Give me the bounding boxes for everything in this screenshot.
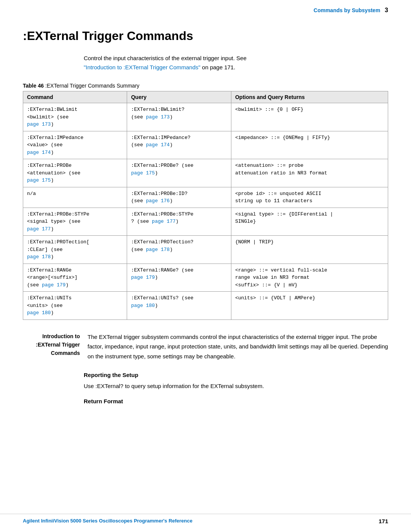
query-page-link[interactable]: page 180 xyxy=(131,303,155,308)
query-page-link[interactable]: page 179 xyxy=(131,275,155,280)
table-cell-options: <impedance> ::= {ONEMeg | FIFTy} xyxy=(231,131,388,159)
col-query: Query xyxy=(127,91,231,103)
intro-label-line3: Commands xyxy=(23,349,80,357)
table-cell-options: <probe id> ::= unquoted ASCIIstring up t… xyxy=(231,187,388,208)
header-section-title: Commands by Subsystem xyxy=(314,7,380,13)
header-right: Commands by Subsystem 3 xyxy=(314,7,388,14)
table-cell-query: :EXTernal:UNITs? (seepage 180) xyxy=(127,292,231,320)
table-cell-query: :EXTernal:IMPedance?(see page 174) xyxy=(127,131,231,159)
command-page-link[interactable]: page 173 xyxy=(27,121,51,127)
table-header-row: Command Query Options and Query Returns xyxy=(23,91,388,103)
query-page-link[interactable]: page 173 xyxy=(146,114,170,120)
subsection-heading: Return Format xyxy=(84,398,388,404)
table-row: n/a:EXTernal:PROBe:ID?(see page 176)<pro… xyxy=(23,187,388,208)
table-cell-command: n/a xyxy=(23,187,127,208)
command-page-link[interactable]: page 179 xyxy=(42,282,65,288)
intro-body: The EXTernal trigger subsystem commands … xyxy=(88,332,388,361)
subsection-body: Use :EXTernal? to query setup informatio… xyxy=(84,381,388,391)
table-cell-options: <bwlimit> ::= {0 | OFF} xyxy=(231,103,388,131)
table-row: :EXTernal:PROTection[:CLEar] (seepage 17… xyxy=(23,236,388,264)
intro-label-line1: Introduction to xyxy=(23,332,80,340)
intro-text-before: Control the input characteristics of the… xyxy=(84,55,247,61)
intro-label-line2: :EXTernal Trigger xyxy=(23,340,80,349)
table-cell-options: <range> ::= vertical full-scalerange val… xyxy=(231,264,388,292)
commands-table: Command Query Options and Query Returns … xyxy=(23,91,388,320)
table-row: :EXTernal:RANGe<range>[<suffix>](see pag… xyxy=(23,264,388,292)
table-row: :EXTernal:BWLimit<bwlimit> (seepage 173)… xyxy=(23,103,388,131)
subsection-heading: Reporting the Setup xyxy=(84,372,388,378)
query-page-link[interactable]: page 174 xyxy=(146,142,170,148)
command-page-link[interactable]: page 178 xyxy=(27,254,51,260)
intro-section: Introduction to :EXTernal Trigger Comman… xyxy=(23,332,388,361)
subsection-1: Return Format xyxy=(84,398,388,404)
table-cell-command: :EXTernal:IMPedance<value> (seepage 174) xyxy=(23,131,127,159)
table-cell-query: :EXTernal:PROBe? (seepage 175) xyxy=(127,159,231,187)
query-page-link[interactable]: page 177 xyxy=(152,219,175,224)
intro-text-after: on page 171. xyxy=(202,64,236,70)
command-page-link[interactable]: page 174 xyxy=(27,150,51,155)
intro-link[interactable]: "Introduction to :EXTernal Trigger Comma… xyxy=(84,64,201,70)
table-caption: Table 46 :EXTernal Trigger Commands Summ… xyxy=(23,83,388,89)
table-caption-bold: Table 46 xyxy=(23,83,44,89)
page-title: :EXTernal Trigger Commands xyxy=(23,29,388,43)
col-options: Options and Query Returns xyxy=(231,91,388,103)
command-page-link[interactable]: page 180 xyxy=(27,310,51,316)
intro-label: Introduction to :EXTernal Trigger Comman… xyxy=(23,332,80,361)
page-footer: Agilent InfiniiVision 5000 Series Oscill… xyxy=(0,514,411,524)
table-cell-command: :EXTernal:PROTection[:CLEar] (seepage 17… xyxy=(23,236,127,264)
subsection-0: Reporting the SetupUse :EXTernal? to que… xyxy=(84,372,388,391)
footer-title: Agilent InfiniiVision 5000 Series Oscill… xyxy=(23,518,193,524)
table-cell-query: :EXTernal:PROBe:STYPe? (see page 177) xyxy=(127,208,231,236)
table-cell-command: :EXTernal:PROBe<attenuation> (seepage 17… xyxy=(23,159,127,187)
table-cell-options: <units> ::= {VOLT | AMPere} xyxy=(231,292,388,320)
table-cell-command: :EXTernal:PROBe:STYPe<signal type> (seep… xyxy=(23,208,127,236)
table-cell-query: :EXTernal:BWLimit?(see page 173) xyxy=(127,103,231,131)
intro-paragraph: Control the input characteristics of the… xyxy=(84,54,342,72)
page-header: Commands by Subsystem 3 xyxy=(0,0,411,18)
header-page-number: 3 xyxy=(385,7,388,14)
col-command: Command xyxy=(23,91,127,103)
table-row: :EXTernal:PROBe<attenuation> (seepage 17… xyxy=(23,159,388,187)
table-cell-options: {NORM | TRIP} xyxy=(231,236,388,264)
table-cell-query: :EXTernal:PROBe:ID?(see page 176) xyxy=(127,187,231,208)
query-page-link[interactable]: page 175 xyxy=(131,170,155,176)
table-cell-options: <attenuation> ::= probeattenuation ratio… xyxy=(231,159,388,187)
query-page-link[interactable]: page 176 xyxy=(146,198,170,204)
table-row: :EXTernal:PROBe:STYPe<signal type> (seep… xyxy=(23,208,388,236)
main-content: :EXTernal Trigger Commands Control the i… xyxy=(0,18,411,434)
table-cell-command: :EXTernal:RANGe<range>[<suffix>](see pag… xyxy=(23,264,127,292)
table-cell-options: <signal type> ::= {DIFFerential |SINGle} xyxy=(231,208,388,236)
table-row: :EXTernal:UNITs<units> (seepage 180):EXT… xyxy=(23,292,388,320)
table-cell-command: :EXTernal:UNITs<units> (seepage 180) xyxy=(23,292,127,320)
table-cell-command: :EXTernal:BWLimit<bwlimit> (seepage 173) xyxy=(23,103,127,131)
table-caption-rest: :EXTernal Trigger Commands Summary xyxy=(44,83,139,89)
query-page-link[interactable]: page 178 xyxy=(146,247,170,252)
table-cell-query: :EXTernal:RANGe? (seepage 179) xyxy=(127,264,231,292)
command-page-link[interactable]: page 177 xyxy=(27,226,51,232)
table-cell-query: :EXTernal:PROTection?(see page 178) xyxy=(127,236,231,264)
footer-page: 171 xyxy=(379,518,388,524)
table-row: :EXTernal:IMPedance<value> (seepage 174)… xyxy=(23,131,388,159)
command-page-link[interactable]: page 175 xyxy=(27,177,51,183)
